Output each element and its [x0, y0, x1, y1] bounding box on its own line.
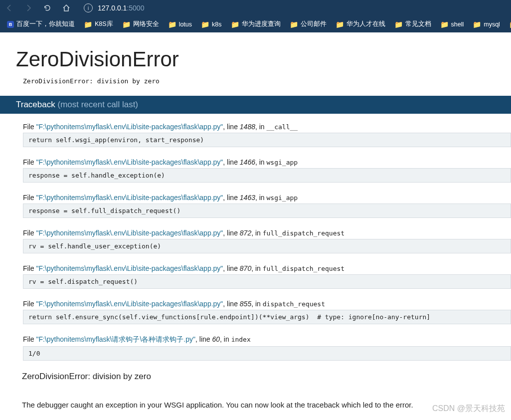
frame-location: File "F:\pythonitems\myflask\.env\Lib\si…	[23, 194, 511, 202]
error-summary: ZeroDivisionError: division by zero	[22, 372, 511, 382]
line-label: , line	[223, 264, 239, 272]
folder-icon: 📁	[473, 20, 481, 28]
bookmark-item[interactable]: 📁lotus	[168, 20, 192, 28]
file-path: "F:\pythonitems\myflask\.env\Lib\site-pa…	[36, 123, 223, 131]
bookmark-label: 百度一下，你就知道	[16, 20, 75, 28]
folder-icon: 📁	[168, 20, 176, 28]
line-number: 1463	[240, 194, 255, 202]
bookmark-label: 网络安全	[133, 20, 159, 28]
bookmark-item[interactable]: 📁华为人才在线	[336, 20, 385, 28]
function-name: wsgi_app	[267, 159, 298, 166]
line-number: 855	[240, 300, 251, 308]
function-name: full_dispatch_request	[263, 265, 344, 272]
traceback-frame[interactable]: File "F:\pythonitems\myflask\.env\Lib\si…	[23, 158, 511, 183]
file-path: "F:\pythonitems\myflask\请求钩子\各种请求钩子.py"	[36, 335, 195, 343]
bookmarks-bar: B百度一下，你就知道📁K8S库📁网络安全📁lotus📁k8s📁华为进度查询📁公司…	[0, 16, 511, 32]
code-line[interactable]: response = self.handle_exception(e)	[23, 168, 511, 183]
page-content: ZeroDivisionError ZeroDivisionError: div…	[0, 47, 511, 420]
baidu-icon: B	[7, 21, 14, 28]
folder-icon: 📁	[201, 20, 209, 28]
folder-icon: 📁	[509, 20, 511, 28]
back-button[interactable]	[3, 1, 16, 14]
bookmark-label: 华为人才在线	[346, 20, 385, 28]
line-number: 60	[212, 335, 220, 343]
bookmark-item[interactable]: 📁k8s	[201, 20, 221, 28]
traceback-frame[interactable]: File "F:\pythonitems\myflask\.env\Lib\si…	[23, 194, 511, 218]
in-label: , in	[255, 158, 267, 166]
line-number: 1488	[240, 123, 255, 131]
bookmark-item[interactable]: 📁mysql	[473, 20, 500, 28]
in-label: , in	[255, 123, 267, 131]
info-paragraph: The debugger caught an exception in your…	[22, 400, 501, 411]
line-label: , line	[223, 123, 239, 131]
frame-location: File "F:\pythonitems\myflask\.env\Lib\si…	[23, 229, 511, 237]
function-name: wsgi_app	[267, 194, 298, 202]
home-button[interactable]	[60, 1, 73, 14]
bookmark-item[interactable]: 📁网络安全	[122, 20, 159, 28]
bookmark-item[interactable]: 📁项目	[509, 20, 511, 28]
line-label: , line	[195, 335, 212, 343]
file-path: "F:\pythonitems\myflask\.env\Lib\site-pa…	[36, 229, 223, 237]
in-label: , in	[255, 194, 267, 202]
refresh-button[interactable]	[41, 1, 54, 14]
url-field[interactable]: i 127.0.0.1:5000	[84, 3, 508, 12]
traceback-header[interactable]: Traceback (most recent call last)	[0, 96, 511, 114]
bookmark-item[interactable]: 📁公司邮件	[290, 20, 327, 28]
traceback-subtitle: (most recent call last)	[57, 100, 138, 109]
in-label: , in	[220, 335, 231, 343]
code-line[interactable]: rv = self.handle_user_exception(e)	[23, 239, 511, 253]
file-label: File	[23, 335, 36, 343]
folder-icon: 📁	[231, 20, 239, 28]
line-number: 872	[240, 229, 251, 237]
frame-location: File "F:\pythonitems\myflask\.env\Lib\si…	[23, 158, 511, 166]
frame-location: File "F:\pythonitems\myflask\请求钩子\各种请求钩子…	[23, 335, 511, 344]
traceback-label: Traceback	[16, 100, 55, 109]
bookmark-item[interactable]: 📁华为进度查询	[231, 20, 281, 28]
bookmark-label: 华为进度查询	[242, 20, 281, 28]
in-label: , in	[251, 300, 263, 308]
file-path: "F:\pythonitems\myflask\.env\Lib\site-pa…	[36, 264, 223, 272]
traceback-frame[interactable]: File "F:\pythonitems\myflask\.env\Lib\si…	[23, 229, 511, 253]
code-line[interactable]: response = self.full_dispatch_request()	[23, 204, 511, 218]
function-name: full_dispatch_request	[263, 229, 344, 237]
traceback-frame[interactable]: File "F:\pythonitems\myflask\.env\Lib\si…	[23, 264, 511, 289]
site-info-icon[interactable]: i	[84, 3, 93, 12]
folder-icon: 📁	[122, 20, 131, 28]
folder-icon: 📁	[336, 20, 344, 28]
file-label: File	[23, 123, 36, 131]
code-line[interactable]: return self.wsgi_app(environ, start_resp…	[23, 133, 511, 147]
file-path: "F:\pythonitems\myflask\.env\Lib\site-pa…	[36, 158, 223, 166]
bookmark-item[interactable]: 📁shell	[440, 20, 464, 28]
code-line[interactable]: rv = self.dispatch_request()	[23, 274, 511, 289]
file-label: File	[23, 194, 36, 202]
line-label: , line	[223, 158, 239, 166]
traceback-frame[interactable]: File "F:\pythonitems\myflask\.env\Lib\si…	[23, 300, 511, 324]
in-label: , in	[251, 229, 263, 237]
address-bar: i 127.0.0.1:5000	[0, 0, 511, 16]
frame-location: File "F:\pythonitems\myflask\.env\Lib\si…	[23, 123, 511, 131]
function-name: index	[231, 336, 251, 343]
traceback-frames: File "F:\pythonitems\myflask\.env\Lib\si…	[0, 114, 511, 361]
browser-chrome: i 127.0.0.1:5000 B百度一下，你就知道📁K8S库📁网络安全📁lo…	[0, 0, 511, 32]
bookmark-label: k8s	[212, 21, 221, 28]
frame-location: File "F:\pythonitems\myflask\.env\Lib\si…	[23, 300, 511, 308]
bookmark-item[interactable]: 📁K8S库	[84, 20, 113, 28]
traceback-frame[interactable]: File "F:\pythonitems\myflask\请求钩子\各种请求钩子…	[23, 335, 511, 361]
code-line[interactable]: 1/0	[23, 346, 511, 361]
bookmark-label: shell	[451, 21, 464, 28]
bookmark-label: 公司邮件	[301, 20, 327, 28]
file-label: File	[23, 158, 36, 166]
bookmark-label: mysql	[484, 21, 500, 28]
bookmark-item[interactable]: B百度一下，你就知道	[7, 20, 75, 28]
code-line[interactable]: return self.ensure_sync(self.view_functi…	[23, 310, 511, 324]
traceback-frame[interactable]: File "F:\pythonitems\myflask\.env\Lib\si…	[23, 123, 511, 147]
folder-icon: 📁	[394, 20, 403, 28]
forward-button[interactable]	[22, 1, 35, 14]
function-name: dispatch_request	[263, 300, 325, 308]
folder-icon: 📁	[84, 20, 92, 28]
line-number: 1466	[240, 158, 255, 166]
file-path: "F:\pythonitems\myflask\.env\Lib\site-pa…	[36, 194, 223, 202]
debugger-info: The debugger caught an exception in your…	[22, 400, 501, 420]
bookmark-item[interactable]: 📁常见文档	[394, 20, 431, 28]
file-label: File	[23, 264, 36, 272]
